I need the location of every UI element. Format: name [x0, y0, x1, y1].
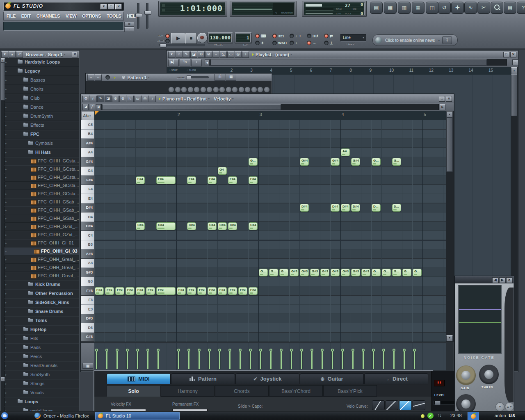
keyboard-layout[interactable]: us [509, 412, 516, 418]
midi-note[interactable]: G#3 [331, 269, 340, 276]
velocity-handle[interactable] [372, 349, 375, 352]
piano-key-b4[interactable]: B4 [81, 130, 94, 139]
stop-button[interactable]: ■ [185, 33, 197, 44]
browser-sample-item[interactable]: ▸FPC_OHH_Greal_... [5, 256, 79, 264]
midi-note[interactable]: F#4 [228, 176, 237, 184]
midi-note[interactable]: F#3 [197, 287, 206, 295]
browser-sample-item[interactable]: ▸FPC_ClHH_GCsta... [5, 182, 79, 190]
fl-titlebar[interactable]: FL STUDIO ▼□✕ [3, 2, 124, 11]
piano-roll-titlebar[interactable]: ⚙∩✎◪⊘⊗◺▭◎♪ Piano roll - RealStrat ▾ Velo… [81, 94, 454, 103]
velocity-bar[interactable] [199, 351, 200, 369]
midi-note[interactable]: G#4 [331, 158, 340, 166]
piano-key-gs4[interactable]: G#4 [81, 157, 94, 167]
midi-note[interactable]: C#4 [228, 222, 237, 230]
browser-sample-item[interactable]: ▸FPC_OHH_Greal_... [5, 264, 79, 272]
close-icon[interactable]: ✕ [446, 96, 452, 102]
midi-note[interactable]: G#4 [351, 158, 360, 166]
velocity-bar[interactable] [322, 351, 323, 369]
velocity-bar[interactable] [301, 351, 302, 369]
playback-tool-icon[interactable]: ♪ [149, 96, 156, 102]
step-edit-icon[interactable]: ✧ [255, 41, 264, 45]
velocity-handle[interactable] [187, 349, 190, 352]
midi-note[interactable]: G... [382, 269, 391, 276]
close-icon[interactable]: ✕ [506, 277, 512, 283]
blend-notes-icon[interactable]: ⇄ [324, 34, 333, 38]
snap-selector-icon[interactable]: ▾ [168, 51, 175, 58]
piano-key-c5[interactable]: C5 [81, 120, 94, 130]
subtab-bass-n-pick[interactable]: Bass'n'Pick [323, 385, 377, 397]
midi-note[interactable]: G... [372, 158, 381, 166]
expand-icon[interactable]: ▴ [9, 51, 16, 58]
delete-tool-icon[interactable]: ⊘ [198, 51, 205, 58]
cpu-panel[interactable]: 27 0 RAM MB CPU POLY 0 [302, 1, 367, 17]
paint-tool-icon[interactable]: ◪ [105, 96, 112, 102]
draw-tool-icon[interactable]: ✎ [97, 96, 104, 102]
velocity-handle[interactable] [126, 349, 129, 352]
pr-vscrollbar[interactable]: ▲ ▼ [446, 111, 454, 342]
time-panel[interactable]: 1:01:000 [158, 1, 227, 17]
slide-notes-icon[interactable]: ╱ [89, 104, 95, 110]
velocity-handle[interactable] [146, 349, 149, 352]
browser-folder-item[interactable]: ▸Snare Drums [5, 307, 79, 316]
zoom-tool-icon[interactable]: ◎ [142, 96, 148, 102]
tab-midi[interactable]: MIDI [107, 373, 171, 384]
pr-hscrollbar[interactable] [101, 104, 439, 110]
midi-note[interactable]: F#3 [105, 287, 114, 295]
browser-folder-item[interactable]: ▸Toms [5, 316, 79, 325]
browser-sample-item[interactable]: ▸FPC_ClHH_GSab_... [5, 215, 79, 223]
midi-note[interactable]: G... [402, 269, 411, 276]
velocity-handle[interactable] [341, 349, 344, 352]
punch-icon[interactable]: ⊥ [324, 41, 333, 45]
next-preset-icon[interactable]: ▶ [499, 277, 505, 283]
mute-tool-icon[interactable]: ⊗ [205, 51, 212, 58]
browser-sample-item[interactable]: ▸FPC_OHH_Greal_... [5, 272, 79, 280]
step-button[interactable] [200, 87, 206, 93]
step-button[interactable] [187, 87, 194, 93]
pattern-display[interactable]: 1 [235, 32, 252, 43]
midi-note[interactable]: G#3 [320, 269, 329, 276]
velocity-bar[interactable] [209, 351, 210, 369]
search-icon[interactable] [491, 2, 503, 14]
midi-note[interactable]: G... [372, 269, 381, 276]
maximize-icon[interactable]: □ [439, 96, 445, 102]
snap-selector[interactable]: Line ▾ [340, 34, 366, 41]
midi-note[interactable]: G#3 [351, 269, 360, 276]
zoom-tool-icon[interactable]: ◎ [235, 51, 242, 58]
collapse-all-icon[interactable]: ▾ [1, 51, 8, 58]
gain-knob[interactable] [456, 365, 476, 385]
step-button[interactable] [168, 87, 174, 93]
master-volume-slider[interactable] [137, 3, 139, 29]
browser-folder-item[interactable]: ▸Cymbals [5, 139, 79, 148]
velocity-handle[interactable] [269, 349, 272, 352]
select-tool-icon[interactable]: ▭ [227, 51, 234, 58]
minimize-icon[interactable]: ▼ [100, 4, 107, 9]
velocity-handle[interactable] [259, 349, 262, 352]
step-button[interactable] [226, 87, 232, 93]
velo-curve-soft-icon[interactable] [399, 400, 412, 410]
subtab-solo[interactable]: Solo [107, 385, 160, 397]
piano-key-cs3[interactable]: C#3 [81, 333, 94, 342]
browser-sample-item[interactable]: ▸FPC_ClHH_GCsta... [5, 157, 79, 165]
midi-note[interactable]: F#3 [136, 287, 145, 295]
velocity-handle[interactable] [136, 349, 139, 352]
step-button[interactable] [181, 87, 187, 93]
velocity-bar[interactable] [219, 351, 220, 369]
velocity-handle[interactable] [321, 349, 324, 352]
browser-sample-item[interactable]: ▸FPC_ClHH_GSab_... [5, 198, 79, 206]
slice-tool-icon[interactable]: ◺ [220, 51, 227, 58]
velocity-bar[interactable] [363, 351, 364, 369]
midi-note[interactable]: D... [372, 204, 381, 212]
midi-note[interactable]: F#3 [146, 287, 155, 295]
velocity-handle[interactable] [208, 349, 211, 352]
velocity-bar[interactable] [250, 351, 251, 369]
tab-joystick[interactable]: ✔Joystick [235, 373, 299, 384]
scroll-left-icon[interactable]: ◀ [96, 104, 101, 110]
browser-folder-item[interactable]: ▸Kick Drums [5, 280, 79, 289]
velocity-handle[interactable] [177, 349, 180, 352]
midi-note[interactable]: G... [249, 158, 258, 166]
news-download-icon[interactable]: ↧ [442, 36, 452, 44]
browser-folder-item[interactable]: ▸Hits [5, 334, 79, 343]
midi-note[interactable]: G#3 [361, 269, 370, 276]
midi-note[interactable]: F#3 [238, 287, 247, 295]
save-as-icon[interactable]: ✚ [451, 2, 464, 14]
